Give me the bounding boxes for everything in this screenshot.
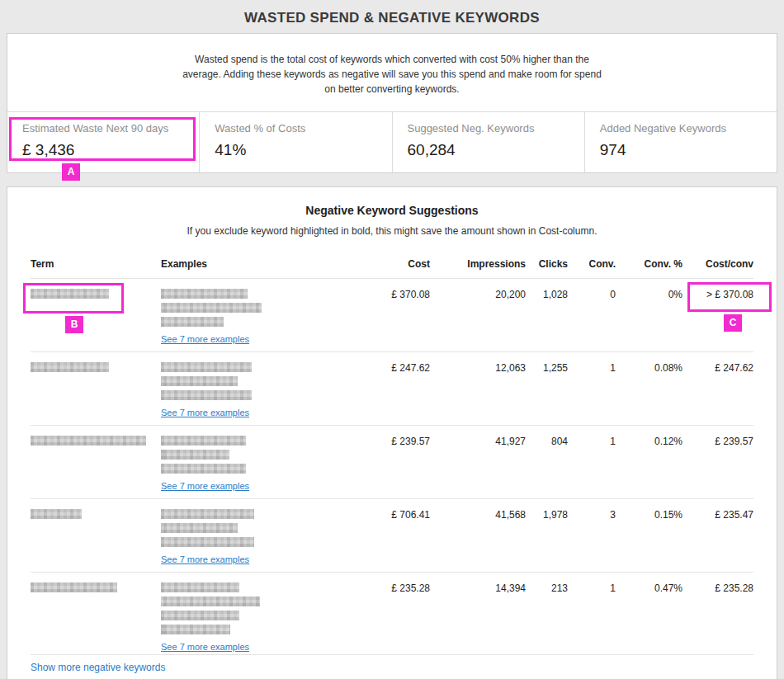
see-more-examples-link[interactable]: See 7 more examples — [161, 554, 249, 564]
cost-conv-cell: £ 235.28 — [682, 573, 753, 655]
stat-value: £ 3,436 — [22, 141, 191, 159]
summary-panel: Wasted spend is the total cost of keywor… — [7, 33, 777, 173]
cost-conv-cell: £ 239.57 — [682, 426, 753, 499]
table-header-row: Term Examples Cost Impressions Clicks Co… — [31, 253, 753, 279]
column-header-impressions: Impressions — [430, 253, 526, 279]
column-header-term: Term — [31, 253, 161, 279]
clicks-cell: 1,978 — [526, 499, 568, 573]
examples-cell: See 7 more examples — [161, 426, 352, 499]
column-header-cost: Cost — [352, 253, 430, 279]
impressions-cell: 20,200 — [430, 279, 526, 352]
see-more-examples-link[interactable]: See 7 more examples — [161, 642, 249, 652]
cost-cell: £ 247.62 — [352, 352, 430, 426]
conv-cell: 0 — [568, 279, 616, 352]
redacted-example — [161, 390, 252, 400]
clicks-cell: 1,028 — [526, 279, 568, 352]
column-header-clicks: Clicks — [526, 253, 568, 279]
see-more-examples-link[interactable]: See 7 more examples — [161, 408, 249, 417]
column-header-cost-conv: Cost/conv — [682, 253, 753, 279]
redacted-example — [161, 376, 238, 386]
page-title: WASTED SPEND & NEGATIVE KEYWORDS — [0, 0, 784, 26]
description: Wasted spend is the total cost of keywor… — [7, 34, 777, 111]
redacted-example — [161, 611, 239, 620]
column-header-conv: Conv. — [568, 253, 616, 279]
impressions-cell: 41,568 — [430, 499, 526, 573]
redacted-term — [31, 289, 109, 299]
conv-pct-cell: 0.47% — [616, 573, 682, 655]
stat-label: Added Negative Keywords — [600, 122, 768, 134]
stat-estimated-waste: Estimated Waste Next 90 days £ 3,436 A — [7, 112, 199, 172]
conv-cell: 3 — [568, 499, 616, 573]
annotation-label-c: C — [724, 314, 742, 332]
column-header-conv-pct: Conv. % — [616, 253, 682, 279]
term-cell — [31, 499, 161, 573]
show-more-keywords-link[interactable]: Show more negative keywords — [31, 662, 165, 673]
redacted-example — [161, 450, 229, 460]
section-subtitle: If you exclude keyword highlighted in bo… — [31, 225, 753, 237]
see-more-examples-link[interactable]: See 7 more examples — [161, 481, 249, 491]
annotation-label-b: B — [65, 316, 83, 333]
stat-label: Wasted % of Costs — [215, 122, 383, 134]
wasted-spend-page: WASTED SPEND & NEGATIVE KEYWORDS Wasted … — [0, 0, 784, 679]
examples-cell: See 7 more examples — [161, 499, 352, 573]
redacted-example — [161, 289, 248, 299]
description-line: average. Adding these keywords as negati… — [7, 67, 777, 82]
redacted-example — [161, 537, 254, 547]
redacted-example — [161, 464, 246, 474]
description-line: on better converting keywords. — [7, 82, 777, 97]
cost-conv-cell: £ 235.47 — [682, 499, 753, 573]
cost-conv-cell: £ 247.62 — [682, 352, 753, 426]
table-row: B See 7 more examples £ 370.08 20,200 1,… — [31, 279, 753, 352]
redacted-example — [161, 436, 246, 446]
table-row: See 7 more examples £ 247.62 12,063 1,25… — [31, 352, 753, 426]
conv-pct-cell: 0% — [616, 279, 682, 352]
stat-added-keywords: Added Negative Keywords 974 — [584, 112, 777, 172]
cost-cell: £ 239.57 — [352, 426, 430, 499]
clicks-cell: 804 — [526, 426, 568, 499]
stat-value: 41% — [215, 141, 383, 159]
description-line: Wasted spend is the total cost of keywor… — [7, 52, 777, 67]
redacted-example — [161, 509, 254, 519]
redacted-example — [161, 317, 224, 327]
clicks-cell: 213 — [526, 573, 568, 655]
term-cell — [31, 426, 161, 499]
redacted-term — [31, 582, 117, 592]
examples-cell: See 7 more examples — [161, 352, 352, 426]
table-row: See 7 more examples £ 235.28 14,394 213 … — [31, 573, 753, 655]
redacted-term — [31, 362, 109, 372]
examples-cell: See 7 more examples — [161, 573, 352, 655]
cost-cell: £ 706.41 — [352, 499, 430, 573]
redacted-term — [31, 509, 82, 519]
impressions-cell: 41,927 — [430, 426, 526, 499]
term-cell: B — [31, 279, 161, 352]
stat-suggested-keywords: Suggested Neg. Keywords 60,284 — [392, 112, 584, 172]
redacted-term — [31, 436, 146, 446]
stat-label: Suggested Neg. Keywords — [408, 122, 576, 134]
stat-value: 974 — [600, 141, 768, 159]
table-row: See 7 more examples £ 239.57 41,927 804 … — [31, 426, 753, 499]
conv-cell: 1 — [568, 426, 616, 499]
suggestions-panel: Negative Keyword Suggestions If you excl… — [7, 186, 777, 679]
clicks-cell: 1,255 — [526, 352, 568, 426]
conv-cell: 1 — [568, 352, 616, 426]
stat-label: Estimated Waste Next 90 days — [22, 122, 191, 134]
conv-pct-cell: 0.12% — [616, 426, 682, 499]
term-cell — [31, 352, 161, 426]
see-more-examples-link[interactable]: See 7 more examples — [161, 334, 249, 344]
cost-cell: £ 370.08 — [352, 279, 430, 352]
stats-row: Estimated Waste Next 90 days £ 3,436 A W… — [7, 111, 777, 172]
redacted-example — [161, 596, 260, 606]
conv-pct-cell: 0.15% — [616, 499, 682, 573]
suggestions-table: Term Examples Cost Impressions Clicks Co… — [31, 253, 753, 655]
impressions-cell: 12,063 — [430, 352, 526, 426]
redacted-example — [161, 582, 239, 592]
impressions-cell: 14,394 — [430, 573, 526, 655]
term-cell — [31, 573, 161, 655]
column-header-examples: Examples — [161, 253, 352, 279]
redacted-example — [161, 523, 238, 533]
examples-cell: See 7 more examples — [161, 279, 352, 352]
annotation-label-a: A — [62, 163, 80, 181]
cost-conv-cell: > £ 370.08 C — [682, 279, 753, 352]
cost-cell: £ 235.28 — [352, 573, 430, 655]
conv-pct-cell: 0.08% — [616, 352, 682, 426]
